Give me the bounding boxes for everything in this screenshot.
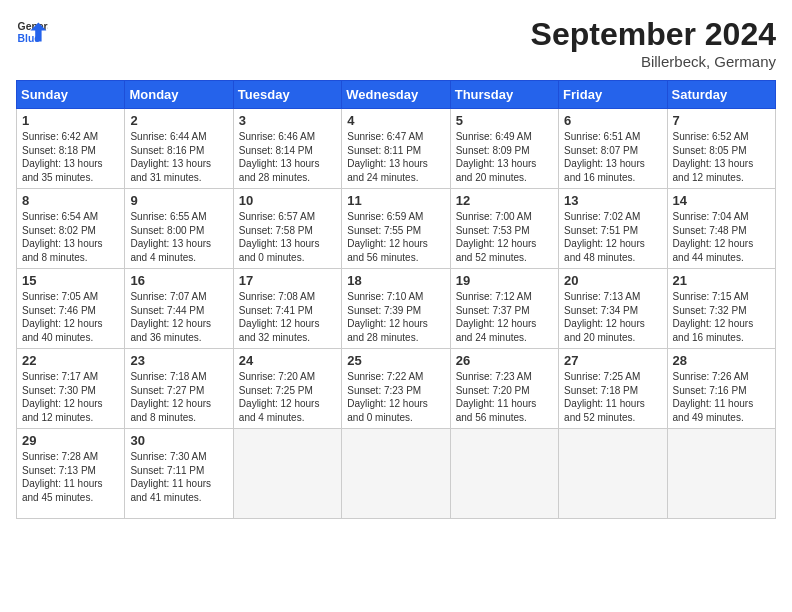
cell-content: Sunrise: 7:12 AMSunset: 7:37 PMDaylight:… bbox=[456, 290, 553, 344]
cell-content: Sunrise: 6:44 AMSunset: 8:16 PMDaylight:… bbox=[130, 130, 227, 184]
calendar-cell: 23Sunrise: 7:18 AMSunset: 7:27 PMDayligh… bbox=[125, 349, 233, 429]
day-number: 1 bbox=[22, 113, 119, 128]
day-number: 17 bbox=[239, 273, 336, 288]
cell-content: Sunrise: 7:10 AMSunset: 7:39 PMDaylight:… bbox=[347, 290, 444, 344]
calendar-cell: 19Sunrise: 7:12 AMSunset: 7:37 PMDayligh… bbox=[450, 269, 558, 349]
calendar-cell: 28Sunrise: 7:26 AMSunset: 7:16 PMDayligh… bbox=[667, 349, 775, 429]
cell-content: Sunrise: 6:54 AMSunset: 8:02 PMDaylight:… bbox=[22, 210, 119, 264]
calendar-cell: 9Sunrise: 6:55 AMSunset: 8:00 PMDaylight… bbox=[125, 189, 233, 269]
col-header-friday: Friday bbox=[559, 81, 667, 109]
calendar-cell: 10Sunrise: 6:57 AMSunset: 7:58 PMDayligh… bbox=[233, 189, 341, 269]
calendar-cell: 21Sunrise: 7:15 AMSunset: 7:32 PMDayligh… bbox=[667, 269, 775, 349]
day-number: 24 bbox=[239, 353, 336, 368]
calendar-cell: 3Sunrise: 6:46 AMSunset: 8:14 PMDaylight… bbox=[233, 109, 341, 189]
cell-content: Sunrise: 7:18 AMSunset: 7:27 PMDaylight:… bbox=[130, 370, 227, 424]
day-number: 30 bbox=[130, 433, 227, 448]
cell-content: Sunrise: 6:47 AMSunset: 8:11 PMDaylight:… bbox=[347, 130, 444, 184]
logo-icon: General Blue bbox=[16, 16, 48, 48]
day-number: 25 bbox=[347, 353, 444, 368]
calendar-cell: 18Sunrise: 7:10 AMSunset: 7:39 PMDayligh… bbox=[342, 269, 450, 349]
day-number: 2 bbox=[130, 113, 227, 128]
calendar-cell: 27Sunrise: 7:25 AMSunset: 7:18 PMDayligh… bbox=[559, 349, 667, 429]
calendar-cell: 20Sunrise: 7:13 AMSunset: 7:34 PMDayligh… bbox=[559, 269, 667, 349]
day-number: 15 bbox=[22, 273, 119, 288]
cell-content: Sunrise: 7:23 AMSunset: 7:20 PMDaylight:… bbox=[456, 370, 553, 424]
day-number: 26 bbox=[456, 353, 553, 368]
calendar-cell: 6Sunrise: 6:51 AMSunset: 8:07 PMDaylight… bbox=[559, 109, 667, 189]
week-row-3: 15Sunrise: 7:05 AMSunset: 7:46 PMDayligh… bbox=[17, 269, 776, 349]
calendar-cell: 30Sunrise: 7:30 AMSunset: 7:11 PMDayligh… bbox=[125, 429, 233, 519]
logo: General Blue bbox=[16, 16, 48, 48]
day-number: 19 bbox=[456, 273, 553, 288]
cell-content: Sunrise: 6:46 AMSunset: 8:14 PMDaylight:… bbox=[239, 130, 336, 184]
calendar-cell: 12Sunrise: 7:00 AMSunset: 7:53 PMDayligh… bbox=[450, 189, 558, 269]
calendar-cell: 15Sunrise: 7:05 AMSunset: 7:46 PMDayligh… bbox=[17, 269, 125, 349]
week-row-5: 29Sunrise: 7:28 AMSunset: 7:13 PMDayligh… bbox=[17, 429, 776, 519]
month-year: September 2024 bbox=[531, 16, 776, 53]
col-header-wednesday: Wednesday bbox=[342, 81, 450, 109]
cell-content: Sunrise: 6:57 AMSunset: 7:58 PMDaylight:… bbox=[239, 210, 336, 264]
calendar-cell bbox=[233, 429, 341, 519]
cell-content: Sunrise: 6:42 AMSunset: 8:18 PMDaylight:… bbox=[22, 130, 119, 184]
calendar-cell: 1Sunrise: 6:42 AMSunset: 8:18 PMDaylight… bbox=[17, 109, 125, 189]
cell-content: Sunrise: 7:04 AMSunset: 7:48 PMDaylight:… bbox=[673, 210, 770, 264]
day-number: 9 bbox=[130, 193, 227, 208]
cell-content: Sunrise: 6:55 AMSunset: 8:00 PMDaylight:… bbox=[130, 210, 227, 264]
cell-content: Sunrise: 7:15 AMSunset: 7:32 PMDaylight:… bbox=[673, 290, 770, 344]
calendar-cell: 16Sunrise: 7:07 AMSunset: 7:44 PMDayligh… bbox=[125, 269, 233, 349]
day-number: 16 bbox=[130, 273, 227, 288]
calendar-cell: 4Sunrise: 6:47 AMSunset: 8:11 PMDaylight… bbox=[342, 109, 450, 189]
cell-content: Sunrise: 7:28 AMSunset: 7:13 PMDaylight:… bbox=[22, 450, 119, 504]
calendar-cell: 22Sunrise: 7:17 AMSunset: 7:30 PMDayligh… bbox=[17, 349, 125, 429]
calendar-cell: 29Sunrise: 7:28 AMSunset: 7:13 PMDayligh… bbox=[17, 429, 125, 519]
week-row-2: 8Sunrise: 6:54 AMSunset: 8:02 PMDaylight… bbox=[17, 189, 776, 269]
day-number: 13 bbox=[564, 193, 661, 208]
day-number: 3 bbox=[239, 113, 336, 128]
day-number: 20 bbox=[564, 273, 661, 288]
calendar-cell bbox=[342, 429, 450, 519]
cell-content: Sunrise: 7:20 AMSunset: 7:25 PMDaylight:… bbox=[239, 370, 336, 424]
day-number: 18 bbox=[347, 273, 444, 288]
calendar-cell: 7Sunrise: 6:52 AMSunset: 8:05 PMDaylight… bbox=[667, 109, 775, 189]
cell-content: Sunrise: 7:17 AMSunset: 7:30 PMDaylight:… bbox=[22, 370, 119, 424]
day-number: 10 bbox=[239, 193, 336, 208]
week-row-1: 1Sunrise: 6:42 AMSunset: 8:18 PMDaylight… bbox=[17, 109, 776, 189]
calendar-cell: 13Sunrise: 7:02 AMSunset: 7:51 PMDayligh… bbox=[559, 189, 667, 269]
calendar-cell bbox=[450, 429, 558, 519]
calendar-cell: 2Sunrise: 6:44 AMSunset: 8:16 PMDaylight… bbox=[125, 109, 233, 189]
svg-text:General: General bbox=[18, 21, 48, 32]
calendar-cell: 17Sunrise: 7:08 AMSunset: 7:41 PMDayligh… bbox=[233, 269, 341, 349]
col-header-monday: Monday bbox=[125, 81, 233, 109]
cell-content: Sunrise: 6:51 AMSunset: 8:07 PMDaylight:… bbox=[564, 130, 661, 184]
calendar-cell bbox=[667, 429, 775, 519]
col-header-sunday: Sunday bbox=[17, 81, 125, 109]
calendar-cell: 8Sunrise: 6:54 AMSunset: 8:02 PMDaylight… bbox=[17, 189, 125, 269]
day-number: 4 bbox=[347, 113, 444, 128]
header-row: SundayMondayTuesdayWednesdayThursdayFrid… bbox=[17, 81, 776, 109]
cell-content: Sunrise: 7:08 AMSunset: 7:41 PMDaylight:… bbox=[239, 290, 336, 344]
cell-content: Sunrise: 7:30 AMSunset: 7:11 PMDaylight:… bbox=[130, 450, 227, 504]
cell-content: Sunrise: 7:26 AMSunset: 7:16 PMDaylight:… bbox=[673, 370, 770, 424]
cell-content: Sunrise: 6:49 AMSunset: 8:09 PMDaylight:… bbox=[456, 130, 553, 184]
cell-content: Sunrise: 7:05 AMSunset: 7:46 PMDaylight:… bbox=[22, 290, 119, 344]
day-number: 23 bbox=[130, 353, 227, 368]
week-row-4: 22Sunrise: 7:17 AMSunset: 7:30 PMDayligh… bbox=[17, 349, 776, 429]
col-header-thursday: Thursday bbox=[450, 81, 558, 109]
calendar-cell: 26Sunrise: 7:23 AMSunset: 7:20 PMDayligh… bbox=[450, 349, 558, 429]
cell-content: Sunrise: 7:25 AMSunset: 7:18 PMDaylight:… bbox=[564, 370, 661, 424]
col-header-tuesday: Tuesday bbox=[233, 81, 341, 109]
header: General Blue September 2024 Billerbeck, … bbox=[16, 16, 776, 70]
day-number: 5 bbox=[456, 113, 553, 128]
day-number: 14 bbox=[673, 193, 770, 208]
day-number: 8 bbox=[22, 193, 119, 208]
cell-content: Sunrise: 6:59 AMSunset: 7:55 PMDaylight:… bbox=[347, 210, 444, 264]
day-number: 21 bbox=[673, 273, 770, 288]
day-number: 28 bbox=[673, 353, 770, 368]
calendar-cell: 5Sunrise: 6:49 AMSunset: 8:09 PMDaylight… bbox=[450, 109, 558, 189]
day-number: 11 bbox=[347, 193, 444, 208]
day-number: 6 bbox=[564, 113, 661, 128]
cell-content: Sunrise: 7:02 AMSunset: 7:51 PMDaylight:… bbox=[564, 210, 661, 264]
calendar-cell: 14Sunrise: 7:04 AMSunset: 7:48 PMDayligh… bbox=[667, 189, 775, 269]
location: Billerbeck, Germany bbox=[531, 53, 776, 70]
day-number: 27 bbox=[564, 353, 661, 368]
